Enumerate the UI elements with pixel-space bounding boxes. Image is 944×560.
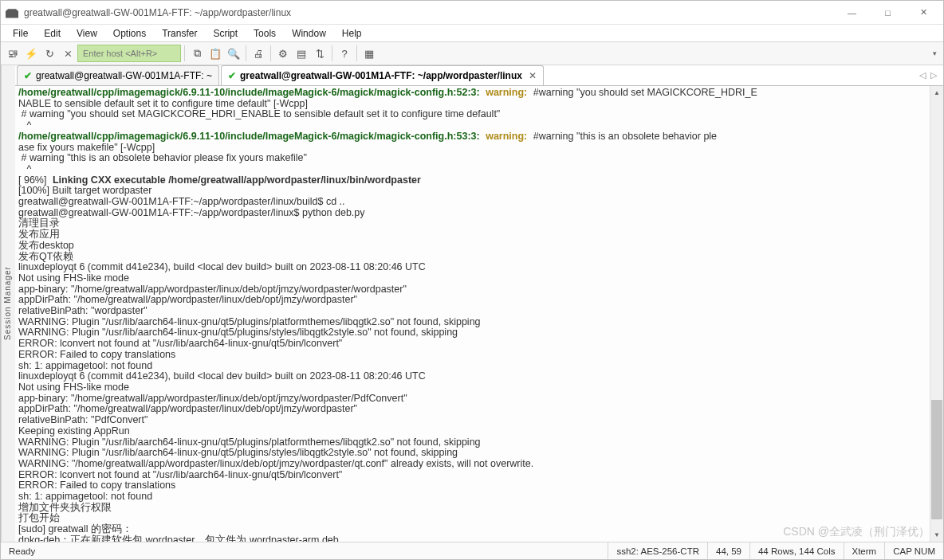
app-icon: [6, 7, 18, 18]
sftp-icon[interactable]: ⇅: [311, 45, 328, 62]
scroll-track[interactable]: [930, 100, 943, 528]
tab-session-1[interactable]: ✔ greatwall@greatwall-GW-001M1A-FTF: ~: [17, 65, 219, 85]
find-icon[interactable]: 🔍: [225, 45, 242, 62]
toolbar-overflow-icon[interactable]: ▾: [930, 49, 940, 57]
minimize-button[interactable]: —: [834, 1, 870, 24]
reconnect-icon[interactable]: ↻: [41, 45, 58, 62]
copy-icon[interactable]: ⧉: [188, 45, 206, 62]
status-protocol: ssh2: AES-256-CTR: [608, 542, 708, 559]
disconnect-icon[interactable]: ⨯: [59, 45, 77, 62]
menu-options[interactable]: Options: [106, 26, 153, 41]
check-icon: ✔: [228, 70, 236, 81]
menu-bar: File Edit View Options Transfer Script T…: [1, 25, 943, 41]
button-bar-icon[interactable]: ▦: [360, 45, 378, 62]
status-bar: Ready ssh2: AES-256-CTR 44, 59 44 Rows, …: [1, 542, 943, 559]
window-title: greatwall@greatwall-GW-001M1A-FTF: ~/app…: [24, 7, 834, 18]
connect-icon[interactable]: 🖳: [4, 45, 22, 62]
scroll-thumb[interactable]: [931, 400, 942, 520]
menu-view[interactable]: View: [69, 26, 104, 41]
session-icon[interactable]: ▤: [293, 45, 310, 62]
status-term: Xterm: [844, 542, 886, 559]
menu-file[interactable]: File: [6, 26, 35, 41]
scroll-down-icon[interactable]: ▼: [930, 528, 943, 542]
menu-tools[interactable]: Tools: [246, 26, 283, 41]
tab-prev-icon[interactable]: ◁: [918, 70, 927, 80]
menu-transfer[interactable]: Transfer: [155, 26, 204, 41]
maximize-button[interactable]: □: [870, 1, 906, 24]
status-caps: CAP NUM: [885, 542, 943, 559]
toolbar: 🖳 ⚡ ↻ ⨯ Enter host <Alt+R> ⧉ 📋 🔍 🖨 ⚙ ▤ ⇅…: [1, 41, 943, 65]
status-cursor-pos: 44, 59: [708, 542, 750, 559]
print-icon[interactable]: 🖨: [250, 45, 267, 62]
menu-script[interactable]: Script: [206, 26, 245, 41]
tab-next-icon[interactable]: ▷: [929, 70, 938, 80]
status-ready: Ready: [1, 542, 608, 559]
tab-bar: ✔ greatwall@greatwall-GW-001M1A-FTF: ~ ✔…: [15, 65, 943, 86]
tab-label: greatwall@greatwall-GW-001M1A-FTF: ~/app…: [240, 70, 522, 81]
tab-session-2[interactable]: ✔ greatwall@greatwall-GW-001M1A-FTF: ~/a…: [221, 65, 544, 85]
terminal-output[interactable]: /home/greatwall/cpp/imagemagick/6.9.11-1…: [15, 86, 930, 542]
menu-edit[interactable]: Edit: [37, 26, 68, 41]
paste-icon[interactable]: 📋: [206, 45, 224, 62]
menu-help[interactable]: Help: [335, 26, 369, 41]
close-button[interactable]: ✕: [906, 1, 942, 24]
scroll-up-icon[interactable]: ▲: [930, 86, 943, 100]
quick-connect-icon[interactable]: ⚡: [22, 45, 40, 62]
tab-close-icon[interactable]: ✕: [529, 70, 537, 81]
check-icon: ✔: [24, 70, 32, 81]
help-icon[interactable]: ?: [336, 45, 353, 62]
menu-window[interactable]: Window: [285, 26, 333, 41]
session-manager-sidebar[interactable]: Session Manager: [1, 65, 15, 542]
host-input[interactable]: Enter host <Alt+R>: [77, 45, 181, 62]
tab-label: greatwall@greatwall-GW-001M1A-FTF: ~: [36, 70, 212, 81]
terminal-scrollbar[interactable]: ▲ ▼: [930, 86, 943, 542]
settings-icon[interactable]: ⚙: [274, 45, 292, 62]
status-size: 44 Rows, 144 Cols: [750, 542, 844, 559]
